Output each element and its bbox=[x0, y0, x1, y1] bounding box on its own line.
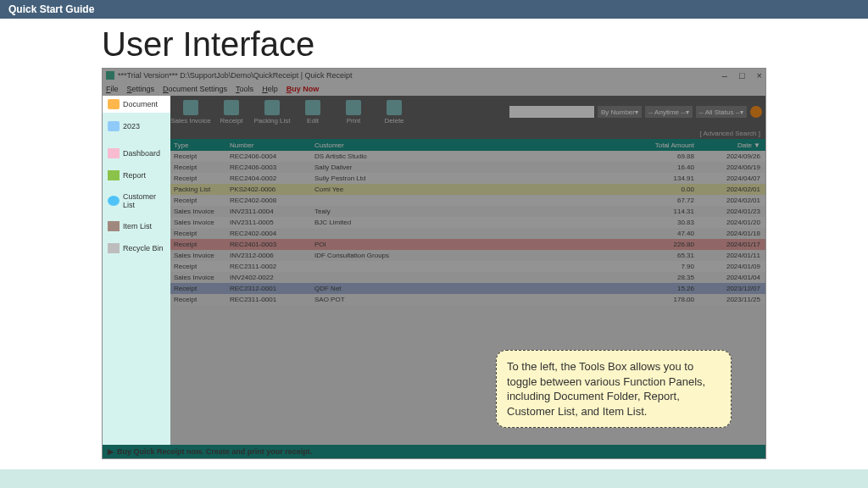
filter-time-dropdown[interactable]: -- Anytime -- bbox=[645, 106, 693, 118]
toolbar-delete[interactable]: Delete bbox=[374, 100, 415, 125]
cell-number: INV2312-0006 bbox=[230, 252, 314, 259]
table-row[interactable]: ReceiptREC2406-0004DS Artistic Studio69.… bbox=[170, 151, 765, 162]
cell-number: REC2311-0001 bbox=[230, 296, 314, 303]
plus-icon bbox=[224, 100, 239, 115]
window-title: ***Trial Version*** D:\SupportJob\Demo\Q… bbox=[118, 71, 353, 80]
menu-buy-now[interactable]: Buy Now bbox=[287, 85, 320, 93]
table-row[interactable]: ReceiptREC2311-00027.902024/01/09 bbox=[170, 261, 765, 272]
toolbar-print[interactable]: Print bbox=[333, 100, 374, 125]
edit-icon bbox=[305, 100, 320, 115]
cell-number: INV2402-0022 bbox=[230, 274, 314, 281]
cell-number: INV2311-0004 bbox=[230, 208, 314, 215]
table-row[interactable]: ReceiptREC2311-0001SAO POT178.002023/11/… bbox=[170, 294, 765, 305]
col-type[interactable]: Type bbox=[170, 141, 230, 149]
cell-amount: 134.91 bbox=[621, 175, 698, 182]
delete-icon bbox=[387, 100, 402, 115]
filter-status-dropdown[interactable]: -- All Status -- bbox=[696, 106, 747, 118]
cell-amount: 47.40 bbox=[621, 230, 698, 237]
sidebar-item-customer-list[interactable]: Customer List bbox=[103, 189, 170, 213]
cell-date: 2024/02/01 bbox=[698, 197, 765, 204]
sidebar: Document 2023 Dashboard Report Customer … bbox=[103, 96, 170, 445]
table-row[interactable]: Sales InvoiceINV2402-002228.352024/01/04 bbox=[170, 272, 765, 283]
item-icon bbox=[108, 221, 120, 231]
table-row[interactable]: Packing ListPKS2402-0006Comi Yee0.002024… bbox=[170, 184, 765, 195]
cell-customer: QDF Net bbox=[314, 285, 621, 292]
minimize-button[interactable]: – bbox=[722, 70, 727, 80]
maximize-button[interactable]: □ bbox=[739, 70, 745, 80]
cell-customer: Sully Pestron Ltd bbox=[314, 175, 621, 182]
slide-bottom-band bbox=[0, 469, 868, 488]
toolbar-receipt[interactable]: Receipt bbox=[211, 100, 252, 125]
cell-number: REC2406-0004 bbox=[230, 152, 314, 160]
table-row[interactable]: ReceiptREC2402-000867.722024/02/01 bbox=[170, 195, 765, 206]
col-customer[interactable]: Customer bbox=[314, 141, 621, 149]
menu-file[interactable]: File bbox=[106, 85, 119, 93]
cell-customer: DS Artistic Studio bbox=[314, 152, 621, 160]
cell-amount: 178.00 bbox=[621, 296, 698, 303]
cell-type: Sales Invoice bbox=[170, 219, 230, 226]
cell-number: PKS2402-0006 bbox=[230, 186, 314, 193]
sidebar-item-year[interactable]: 2023 bbox=[103, 118, 170, 135]
cell-type: Packing List bbox=[170, 186, 230, 193]
titlebar: ***Trial Version*** D:\SupportJob\Demo\Q… bbox=[103, 69, 765, 82]
cell-date: 2024/01/09 bbox=[698, 263, 765, 270]
table-row[interactable]: Sales InvoiceINV2312-0006IDF Consultatio… bbox=[170, 250, 765, 261]
cell-type: Receipt bbox=[170, 197, 230, 204]
trash-icon bbox=[108, 243, 120, 253]
table-row[interactable]: Sales InvoiceINV2311-0005BJC Limited30.8… bbox=[170, 217, 765, 228]
dashboard-icon bbox=[108, 148, 120, 158]
table-row[interactable]: ReceiptREC2401-0003POI226.802024/01/17 bbox=[170, 239, 765, 250]
sidebar-item-report[interactable]: Report bbox=[103, 167, 170, 184]
plus-icon bbox=[183, 100, 198, 115]
customer-icon bbox=[108, 196, 120, 206]
sidebar-item-label: 2023 bbox=[123, 122, 140, 130]
cell-amount: 67.72 bbox=[621, 197, 698, 204]
cell-amount: 15.26 bbox=[621, 285, 698, 292]
menu-document-settings[interactable]: Document Settings bbox=[163, 85, 227, 93]
toolbar-edit[interactable]: Edit bbox=[292, 100, 333, 125]
toolbar-sales-invoice[interactable]: Sales Invoice bbox=[170, 100, 211, 125]
toolbar-packing-list[interactable]: Packing List bbox=[252, 100, 292, 125]
cell-type: Receipt bbox=[170, 152, 230, 160]
sidebar-item-document[interactable]: Document bbox=[103, 96, 170, 113]
table-row[interactable]: Sales InvoiceINV2311-0004Tealy114.312024… bbox=[170, 206, 765, 217]
table-row[interactable]: ReceiptREC2406-0003Sally Daliver16.40202… bbox=[170, 162, 765, 173]
col-amount[interactable]: Total Amount bbox=[621, 141, 698, 149]
sidebar-item-dashboard[interactable]: Dashboard bbox=[103, 145, 170, 162]
sidebar-item-recycle-bin[interactable]: Recycle Bin bbox=[103, 240, 170, 257]
advanced-search-link[interactable]: [ Advanced Search ] bbox=[170, 128, 765, 139]
cell-type: Sales Invoice bbox=[170, 208, 230, 215]
search-input[interactable] bbox=[509, 106, 594, 118]
cell-number: REC2401-0003 bbox=[230, 241, 314, 248]
cell-amount: 226.80 bbox=[621, 241, 698, 248]
footer-buy-bar[interactable]: Buy Quick Receipt now. Create and print … bbox=[103, 445, 765, 458]
menu-help[interactable]: Help bbox=[262, 85, 278, 93]
col-number[interactable]: Number bbox=[230, 141, 314, 149]
cell-date: 2024/09/26 bbox=[698, 152, 765, 160]
plus-icon bbox=[264, 100, 280, 115]
table-row[interactable]: ReceiptREC2404-0002Sully Pestron Ltd134.… bbox=[170, 173, 765, 184]
table-row[interactable]: ReceiptREC2312-0001QDF Net15.262023/12/0… bbox=[170, 283, 765, 294]
table-row[interactable]: ReceiptREC2402-000447.402024/01/18 bbox=[170, 228, 765, 239]
cell-date: 2023/11/25 bbox=[698, 296, 765, 303]
menubar: File Settings Document Settings Tools He… bbox=[103, 82, 765, 96]
slide-header: Quick Start Guide bbox=[0, 0, 868, 19]
filter-by-dropdown[interactable]: By Number bbox=[598, 106, 642, 118]
search-go-button[interactable] bbox=[750, 106, 762, 118]
cell-amount: 30.83 bbox=[621, 219, 698, 226]
cell-number: REC2402-0004 bbox=[230, 230, 314, 237]
close-button[interactable]: × bbox=[757, 70, 762, 80]
menu-tools[interactable]: Tools bbox=[236, 85, 253, 93]
sidebar-item-label: Item List bbox=[123, 222, 152, 230]
grid-header: Type Number Customer Total Amount Date ▼ bbox=[170, 139, 765, 151]
sidebar-item-label: Report bbox=[123, 171, 146, 180]
cell-date: 2024/01/11 bbox=[698, 252, 765, 259]
cell-customer: Comi Yee bbox=[314, 186, 621, 193]
cell-type: Receipt bbox=[170, 241, 230, 248]
cell-date: 2024/06/19 bbox=[698, 164, 765, 171]
menu-settings[interactable]: Settings bbox=[127, 85, 155, 93]
cell-number: REC2404-0002 bbox=[230, 175, 314, 182]
col-date[interactable]: Date ▼ bbox=[698, 141, 765, 149]
sidebar-item-label: Customer List bbox=[123, 192, 165, 209]
sidebar-item-item-list[interactable]: Item List bbox=[103, 218, 170, 235]
